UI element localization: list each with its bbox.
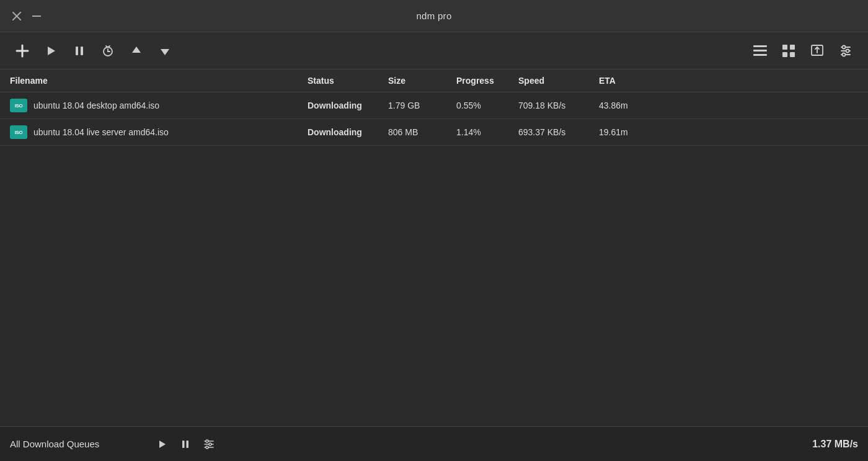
header-speed: Speed bbox=[518, 76, 599, 86]
filename-text: ubuntu 18.04 live server amd64.iso bbox=[33, 127, 169, 137]
add-button[interactable] bbox=[10, 38, 35, 63]
svg-rect-33 bbox=[187, 441, 189, 448]
status-pause-button[interactable] bbox=[175, 434, 196, 455]
header-status: Status bbox=[308, 76, 388, 86]
pause-button[interactable] bbox=[67, 38, 92, 63]
toolbar-right bbox=[748, 38, 858, 63]
total-speed: 1.37 MB/s bbox=[812, 439, 858, 450]
file-type-icon: ISO bbox=[10, 125, 27, 139]
eta-cell: 19.61m bbox=[599, 127, 858, 137]
svg-rect-7 bbox=[81, 47, 83, 55]
svg-rect-16 bbox=[753, 50, 767, 51]
header-progress: Progress bbox=[456, 76, 518, 86]
svg-rect-20 bbox=[782, 52, 787, 57]
export-button[interactable] bbox=[805, 38, 830, 63]
table-row[interactable]: ISO ubuntu 18.04 desktop amd64.iso Downl… bbox=[0, 92, 868, 119]
svg-marker-31 bbox=[159, 441, 166, 448]
window-controls bbox=[10, 9, 43, 23]
toolbar-left bbox=[10, 38, 745, 63]
svg-rect-32 bbox=[182, 441, 185, 448]
svg-marker-14 bbox=[161, 49, 169, 55]
table-row[interactable]: ISO ubuntu 18.04 live server amd64.iso D… bbox=[0, 119, 868, 146]
svg-point-29 bbox=[846, 49, 849, 52]
settings-button[interactable] bbox=[833, 38, 858, 63]
close-button[interactable] bbox=[10, 9, 24, 23]
size-cell: 806 MB bbox=[388, 127, 456, 137]
file-type-icon: ISO bbox=[10, 99, 27, 112]
grid-view-button[interactable] bbox=[776, 38, 801, 63]
filename-cell: ISO ubuntu 18.04 desktop amd64.iso bbox=[10, 99, 308, 112]
status-cell: Downloading bbox=[308, 101, 388, 110]
svg-rect-17 bbox=[753, 54, 767, 56]
svg-point-37 bbox=[206, 440, 208, 442]
toolbar bbox=[0, 32, 868, 69]
timer-button[interactable] bbox=[95, 38, 120, 63]
progress-cell: 0.55% bbox=[456, 101, 518, 110]
eta-cell: 43.86m bbox=[599, 101, 858, 110]
filename-text: ubuntu 18.04 desktop amd64.iso bbox=[33, 101, 159, 110]
svg-rect-15 bbox=[753, 45, 767, 47]
size-cell: 1.79 GB bbox=[388, 101, 456, 110]
download-table: Filename Status Size Progress Speed ETA … bbox=[0, 69, 868, 426]
status-controls bbox=[151, 434, 219, 455]
status-settings-button[interactable] bbox=[198, 434, 219, 455]
svg-point-38 bbox=[209, 443, 211, 445]
move-down-button[interactable] bbox=[153, 38, 177, 63]
svg-rect-18 bbox=[782, 45, 787, 50]
header-size: Size bbox=[388, 76, 456, 86]
svg-point-39 bbox=[206, 446, 208, 449]
filename-cell: ISO ubuntu 18.04 live server amd64.iso bbox=[10, 125, 308, 139]
table-header: Filename Status Size Progress Speed ETA bbox=[0, 69, 868, 92]
list-view-button[interactable] bbox=[748, 38, 773, 63]
svg-marker-5 bbox=[48, 47, 55, 55]
status-play-button[interactable] bbox=[151, 434, 172, 455]
svg-rect-19 bbox=[790, 45, 795, 50]
queue-label: All Download Queues bbox=[10, 439, 146, 449]
table-body: ISO ubuntu 18.04 desktop amd64.iso Downl… bbox=[0, 92, 868, 426]
status-cell: Downloading bbox=[308, 127, 388, 137]
speed-cell: 709.18 KB/s bbox=[518, 101, 599, 110]
speed-cell: 693.37 KB/s bbox=[518, 127, 599, 137]
move-up-button[interactable] bbox=[124, 38, 149, 63]
header-filename: Filename bbox=[10, 76, 308, 86]
svg-rect-21 bbox=[790, 52, 795, 57]
svg-point-28 bbox=[843, 45, 846, 48]
progress-cell: 1.14% bbox=[456, 127, 518, 137]
app-title: ndm pro bbox=[416, 11, 451, 21]
minimize-button[interactable] bbox=[30, 9, 43, 23]
play-button[interactable] bbox=[38, 38, 63, 63]
status-bar: All Download Queues bbox=[0, 426, 868, 461]
title-bar: ndm pro bbox=[0, 0, 868, 32]
svg-rect-6 bbox=[76, 47, 78, 55]
svg-point-30 bbox=[843, 53, 846, 56]
svg-marker-13 bbox=[132, 47, 141, 53]
header-eta: ETA bbox=[599, 76, 858, 86]
